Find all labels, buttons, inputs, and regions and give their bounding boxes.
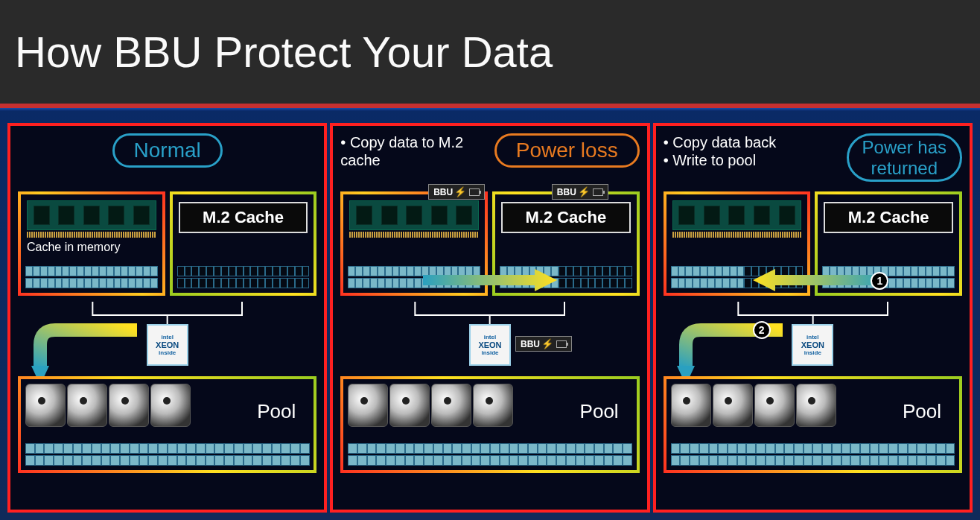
hdd-icon [67,384,107,427]
pool-box: Pool [664,376,962,473]
arrow-mem-to-m2 [423,269,557,291]
cpu-icon: intelXEONinside [792,324,833,366]
hdd-icon [389,384,430,427]
pool-label: Pool [580,400,619,423]
hdd-icon [150,384,191,427]
cpu-zone: intelXEONinside [18,302,316,376]
diagram-content: Normal Cache in memoryM.2 Cache intelXEO… [0,108,980,520]
ram-icon [349,200,479,230]
cpu-zone: intelXEONinsideBBU⚡ [340,302,639,376]
hdd-icon [796,384,836,427]
hdd-icon [25,384,66,427]
m2-label: M.2 Cache [501,202,631,233]
ram-icon [672,200,802,230]
state-pill: Power loss [494,133,640,168]
panel-returned: Copy data backWrite to poolPower hasretu… [653,123,973,513]
panel-notes: Copy data to M.2 cache [340,133,483,169]
state-pill: Power hasreturned [847,133,962,182]
state-pill: Normal [112,133,223,168]
panel-powerloss: Copy data to M.2 cachePower loss BBU⚡M.2… [330,123,649,513]
m2-cache-module: M.2 Cache [170,191,317,296]
m2-label: M.2 Cache [824,202,953,233]
hdd-icon [754,384,795,427]
svg-marker-1 [423,269,557,291]
hdd-icon [473,384,513,427]
hdd-icon [431,384,471,427]
pool-box: Pool [340,376,639,473]
bbu-badge: BBU⚡ [515,336,572,352]
arrow-m2-to-mem [753,269,887,291]
memory-module: Cache in memory [18,191,165,296]
hdd-icon [109,384,149,427]
pool-box: Pool [18,376,316,473]
bbu-badge: BBU⚡ [428,184,485,200]
panel-notes: Copy data backWrite to pool [664,133,777,169]
m2-label: M.2 Cache [179,202,308,233]
hdd-icon [348,384,388,427]
slide-title: How BBU Protect Your Data [15,27,553,77]
pool-label: Pool [903,400,941,423]
pool-label: Pool [257,400,296,423]
step-badge-2: 2 [753,321,771,339]
ram-icon [27,200,156,230]
hdd-icon [671,384,711,427]
cpu-icon: intelXEONinside [147,324,188,366]
title-bar: How BBU Protect Your Data [0,0,980,108]
bbu-badge: BBU⚡ [552,184,608,200]
hdd-icon [713,384,753,427]
svg-marker-2 [753,269,887,291]
cpu-icon: intelXEONinside [469,324,511,366]
mem-caption: Cache in memory [27,241,158,254]
cpu-zone: intelXEONinside 2 [664,302,962,376]
panel-normal: Normal Cache in memoryM.2 Cache intelXEO… [7,123,327,513]
